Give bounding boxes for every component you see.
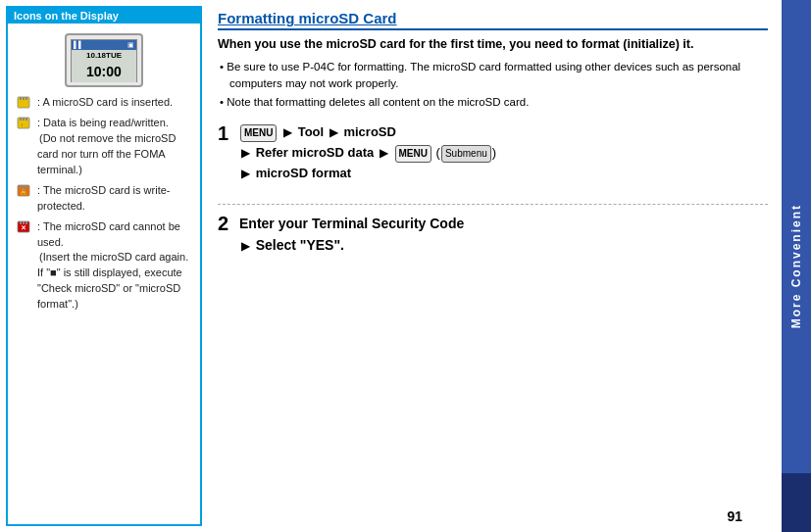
arrow-6: ▶ — [241, 239, 250, 253]
icon-label-inserted: : A microSD card is inserted. — [37, 95, 173, 111]
step2-enter: Enter your Terminal Security Code — [239, 216, 464, 231]
svg-rect-11 — [23, 185, 25, 188]
phone-time: 10:00 — [86, 62, 122, 82]
svg-text:🔒: 🔒 — [20, 188, 27, 196]
left-panel: Icons on the Display ▌▌ ▣ 10.18TUE 10:00 — [6, 6, 202, 526]
phone-status-bar: ▌▌ ▣ — [72, 40, 136, 51]
submenu-button: Submenu — [441, 145, 491, 163]
svg-rect-2 — [23, 97, 25, 100]
svg-rect-1 — [20, 97, 22, 100]
phone-date: 10.18TUE — [86, 50, 122, 62]
step-2-number: 2 — [218, 213, 239, 234]
sd-readwrite-icon: ↕ — [16, 117, 33, 130]
svg-rect-7 — [25, 118, 27, 121]
svg-text:↕: ↕ — [21, 121, 24, 127]
sidebar-accent — [782, 473, 811, 532]
menu-button-1: MENU — [240, 124, 277, 142]
step-1-row: 1 MENU ▶ Tool ▶ microSD ▶ Refer microSD … — [218, 122, 768, 183]
left-panel-title: Icons on the Display — [8, 8, 200, 24]
phone-time-area: 10.18TUE 10:00 — [72, 50, 136, 82]
step-1-number: 1 — [218, 122, 239, 144]
step-2-container: 2 Enter your Terminal Security Code ▶ Se… — [218, 213, 768, 262]
paren-close: ) — [492, 145, 496, 160]
step-2-content: Enter your Terminal Security Code ▶ Sele… — [239, 213, 768, 258]
icon-row-readwrite: ↕ : Data is being read/written.(Do not r… — [16, 116, 192, 178]
icon-label-unusable: : The microSD card cannot be used.(Inser… — [37, 219, 192, 314]
phone-screen: ▌▌ ▣ 10.18TUE 10:00 — [71, 39, 137, 82]
step1-refer: Refer microSD data — [256, 145, 375, 160]
svg-rect-3 — [25, 97, 27, 100]
phone-signal-icon: ▌▌ — [74, 40, 83, 51]
svg-rect-10 — [20, 185, 22, 188]
arrow-2: ▶ — [329, 125, 338, 139]
phone-date-time: 10.18TUE 10:00 — [86, 50, 122, 82]
step1-microsd: microSD — [343, 124, 395, 139]
step2-select: Select "YES". — [256, 237, 344, 253]
icon-row-protected: 🔒 : The microSD card is write-protected. — [16, 183, 192, 215]
sidebar-tab: More Convenient — [782, 0, 811, 532]
bullet-item-2: Note that formatting deletes all content… — [220, 94, 768, 111]
right-panel: Formatting microSD Card When you use the… — [202, 0, 782, 532]
icon-label-readwrite: : Data is being read/written.(Do not rem… — [37, 116, 192, 178]
arrow-1: ▶ — [283, 125, 292, 139]
sd-inserted-icon — [16, 96, 33, 110]
svg-rect-5 — [20, 118, 22, 121]
phone-mockup: ▌▌ ▣ 10.18TUE 10:00 — [65, 33, 143, 87]
icon-row-inserted: : A microSD card is inserted. — [16, 95, 192, 111]
icon-label-protected: : The microSD card is write-protected. — [37, 183, 192, 215]
sd-protected-icon: 🔒 — [16, 184, 33, 198]
svg-rect-6 — [23, 118, 25, 121]
step-1-container: 1 MENU ▶ Tool ▶ microSD ▶ Refer microSD … — [218, 122, 768, 187]
sd-unusable-icon: ✕ — [16, 220, 33, 234]
svg-rect-12 — [25, 185, 27, 188]
step-2-row: 2 Enter your Terminal Security Code ▶ Se… — [218, 213, 768, 258]
arrow-4: ▶ — [380, 146, 388, 160]
step-divider — [218, 204, 768, 205]
menu-button-2: MENU — [395, 145, 431, 163]
paren-open: ( — [436, 145, 440, 160]
svg-text:✕: ✕ — [21, 224, 26, 231]
bullet-item-1: Be sure to use P-04C for formatting. The… — [220, 59, 768, 93]
bullet-list: Be sure to use P-04C for formatting. The… — [218, 59, 768, 114]
phone-sd-icon: ▣ — [127, 40, 134, 51]
arrow-3: ▶ — [241, 146, 250, 160]
step1-format: microSD format — [256, 166, 352, 180]
sidebar-label: More Convenient — [789, 204, 803, 328]
page-number: 91 — [727, 508, 742, 524]
arrow-5: ▶ — [241, 167, 250, 180]
icon-row-unusable: ✕ : The microSD card cannot be used.(Ins… — [16, 219, 192, 314]
step1-tool: Tool — [298, 124, 324, 139]
step-1-content: MENU ▶ Tool ▶ microSD ▶ Refer microSD da… — [239, 122, 768, 183]
section-title: Formatting microSD Card — [218, 10, 768, 30]
bold-intro: When you use the microSD card for the fi… — [218, 36, 768, 54]
left-panel-body: ▌▌ ▣ 10.18TUE 10:00 : A microSD card is — [8, 24, 200, 323]
